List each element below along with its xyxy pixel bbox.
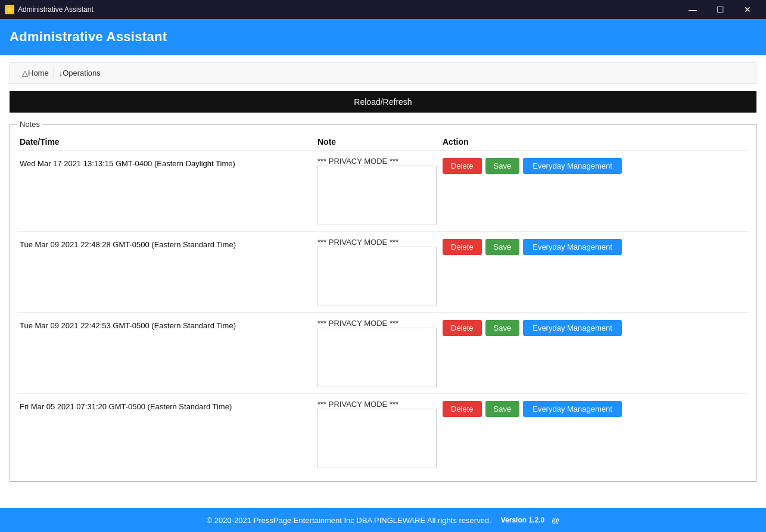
save-button-1[interactable]: Save <box>485 158 520 174</box>
app-header: Administrative Assistant <box>0 19 766 55</box>
breadcrumb-operations[interactable]: ↓Operations <box>54 67 105 79</box>
note-textarea-4[interactable] <box>317 409 437 468</box>
note-actions-4: Delete Save Everyday Management <box>443 400 746 417</box>
reload-refresh-bar[interactable]: Reload/Refresh <box>10 91 756 113</box>
note-textarea-2[interactable] <box>317 247 437 306</box>
table-row: Fri Mar 05 2021 07:31:20 GMT-0500 (Easte… <box>17 393 749 474</box>
note-textarea-cell-2: *** PRIVACY MODE *** <box>317 238 443 306</box>
note-datetime-1: Wed Mar 17 2021 13:13:15 GMT-0400 (Easte… <box>20 157 317 168</box>
save-button-4[interactable]: Save <box>485 401 520 417</box>
everyday-management-button-1[interactable]: Everyday Management <box>523 158 622 174</box>
note-datetime-2: Tue Mar 09 2021 22:48:28 GMT-0500 (Easte… <box>20 238 317 249</box>
notes-fieldset: Notes Date/Time Note Action Wed Mar 17 2… <box>10 120 756 482</box>
note-privacy-3: *** PRIVACY MODE *** <box>317 316 398 328</box>
note-textarea-3[interactable] <box>317 328 437 387</box>
col-datetime: Date/Time <box>20 137 317 147</box>
table-row: Wed Mar 17 2021 13:13:15 GMT-0400 (Easte… <box>17 150 749 231</box>
window-titlebar: ⭐ Administrative Assistant — ☐ ✕ <box>0 0 766 19</box>
table-row: Tue Mar 09 2021 22:48:28 GMT-0500 (Easte… <box>17 231 749 312</box>
notes-list: Wed Mar 17 2021 13:13:15 GMT-0400 (Easte… <box>17 150 749 474</box>
main-content: △Home ↓Operations Reload/Refresh Notes D… <box>0 55 766 508</box>
table-row: Tue Mar 09 2021 22:42:53 GMT-0500 (Easte… <box>17 312 749 393</box>
notes-table-header: Date/Time Note Action <box>17 133 749 150</box>
breadcrumb-nav: △Home ↓Operations <box>10 62 756 84</box>
delete-button-1[interactable]: Delete <box>443 158 482 174</box>
everyday-management-button-4[interactable]: Everyday Management <box>523 401 622 417</box>
window-controls: — ☐ ✕ <box>679 0 761 19</box>
note-textarea-cell-4: *** PRIVACY MODE *** <box>317 400 443 468</box>
save-button-3[interactable]: Save <box>485 320 520 336</box>
window-title-bar-label: Administrative Assistant <box>18 5 679 14</box>
note-privacy-4: *** PRIVACY MODE *** <box>317 397 398 409</box>
note-actions-3: Delete Save Everyday Management <box>443 319 746 336</box>
close-button[interactable]: ✕ <box>734 0 761 19</box>
note-textarea-1[interactable] <box>317 166 437 225</box>
note-textarea-cell-1: *** PRIVACY MODE *** <box>317 157 443 225</box>
note-datetime-3: Tue Mar 09 2021 22:42:53 GMT-0500 (Easte… <box>20 319 317 330</box>
everyday-management-button-2[interactable]: Everyday Management <box>523 239 622 255</box>
minimize-button[interactable]: — <box>679 0 706 19</box>
notes-legend: Notes <box>17 120 42 129</box>
note-textarea-cell-3: *** PRIVACY MODE *** <box>317 319 443 387</box>
col-action: Action <box>443 137 746 147</box>
breadcrumb-home[interactable]: △Home <box>17 67 54 79</box>
maximize-button[interactable]: ☐ <box>706 0 734 19</box>
delete-button-3[interactable]: Delete <box>443 320 482 336</box>
delete-button-2[interactable]: Delete <box>443 239 482 255</box>
note-privacy-1: *** PRIVACY MODE *** <box>317 154 398 166</box>
note-actions-2: Delete Save Everyday Management <box>443 238 746 255</box>
app-icon: ⭐ <box>5 5 14 14</box>
everyday-management-button-3[interactable]: Everyday Management <box>523 320 622 336</box>
delete-button-4[interactable]: Delete <box>443 401 482 417</box>
app-header-title: Administrative Assistant <box>10 29 167 45</box>
save-button-2[interactable]: Save <box>485 239 520 255</box>
col-note: Note <box>317 137 443 147</box>
note-actions-1: Delete Save Everyday Management <box>443 157 746 174</box>
note-privacy-2: *** PRIVACY MODE *** <box>317 235 398 247</box>
note-datetime-4: Fri Mar 05 2021 07:31:20 GMT-0500 (Easte… <box>20 400 317 411</box>
